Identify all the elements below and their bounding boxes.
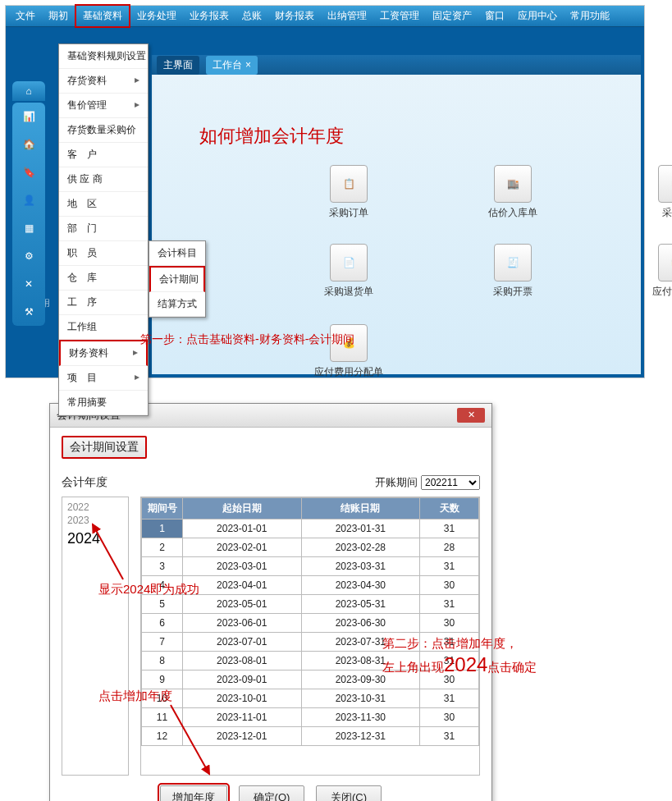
dd-customer[interactable]: 客 户	[59, 143, 148, 167]
sub-settlement[interactable]: 结算方式	[149, 292, 205, 317]
cell-end-date: 2023-01-31	[301, 520, 420, 538]
cell-period-no: 3	[142, 557, 183, 576]
icon-estimate-in[interactable]: 🏬估价入库单	[439, 165, 587, 239]
ok-button[interactable]: 确定(O)	[239, 785, 304, 801]
year-2022[interactable]: 2022	[67, 501, 123, 514]
dd-inventory[interactable]: 存货资料	[59, 69, 148, 94]
main-app-window: 文件 期初 基础资料 业务处理 业务报表 总账 财务报表 出纳管理 工资管理 固…	[5, 5, 645, 378]
table-row[interactable]: 12023-01-012023-01-3131	[142, 520, 479, 538]
dd-region[interactable]: 地 区	[59, 192, 148, 217]
clipboard-icon: 📋	[330, 165, 368, 203]
dd-project[interactable]: 项 目	[59, 366, 148, 391]
dialog-close-button[interactable]: ✕	[457, 408, 485, 423]
period-dialog: 会计期间设置 ✕ 会计期间设置 会计年度 开账期间 202211 2022 20…	[49, 403, 492, 801]
dd-process[interactable]: 工 序	[59, 291, 148, 315]
cell-period-no: 8	[142, 652, 183, 671]
dd-staff[interactable]: 职 员	[59, 241, 148, 266]
svg-line-1	[171, 705, 209, 774]
cell-days: 31	[420, 557, 479, 576]
cell-days: 31	[420, 520, 479, 538]
side-toolbar: 📊 🏠 🔖 👤 ▦ ⚙ ✕ ⚒	[12, 103, 45, 326]
menu-cash[interactable]: 出纳管理	[321, 6, 373, 26]
menu-app-center[interactable]: 应用中心	[511, 6, 564, 26]
menu-file[interactable]: 文件	[9, 6, 42, 26]
icon-purchase-invoice[interactable]: 🧾采购开票	[439, 244, 587, 318]
menu-fixed-asset[interactable]: 固定资产	[426, 6, 478, 26]
tab-workbench-label: 工作台	[213, 58, 242, 72]
tool-grid-icon[interactable]: ▦	[21, 221, 36, 236]
icon-purchase-order[interactable]: 📋采购订单	[275, 165, 423, 239]
desktop: 如何增加会计年度 📋采购订单 🏬估价入库单 📦采购单 📄采购退货单 🧾采购开票 …	[152, 75, 641, 396]
card-icon: 💳	[658, 244, 672, 281]
tool-wrench-icon[interactable]: ✕	[21, 277, 36, 291]
table-row[interactable]: 32023-03-012023-03-3131	[142, 557, 479, 576]
menu-finance-report[interactable]: 财务报表	[268, 6, 321, 26]
tab-workbench[interactable]: 工作台 ×	[206, 56, 258, 75]
close-button[interactable]: 关闭(C)	[316, 785, 382, 801]
cell-start-date: 2023-08-01	[183, 652, 302, 671]
icon-payable-expense[interactable]: 💳应付费用单	[603, 244, 672, 318]
arrow-to-addyear	[164, 698, 222, 780]
cell-period-no: 1	[142, 520, 183, 538]
cell-days: 30	[420, 576, 479, 595]
cell-days: 30	[420, 614, 479, 633]
dd-price-mgmt[interactable]: 售价管理	[59, 94, 148, 118]
dd-finance-data[interactable]: 财务资料	[59, 340, 148, 366]
tab-main[interactable]: 主界面	[157, 56, 199, 75]
tab-close-icon[interactable]: ×	[245, 59, 251, 71]
icon-label: 采购订单	[275, 206, 423, 220]
icon-label: 采购退货单	[275, 285, 423, 299]
menu-window[interactable]: 窗口	[478, 6, 511, 26]
sub-account-subject[interactable]: 会计科目	[149, 241, 205, 266]
finance-submenu: 会计科目 会计期间 结算方式	[149, 240, 206, 318]
dd-common-summary[interactable]: 常用摘要	[59, 391, 148, 415]
annot-show2024: 显示2024即为成功	[98, 582, 199, 597]
basic-data-dropdown: 基础资料规则设置 存货资料 售价管理 存货数量采购价 客 户 供 应 商 地 区…	[58, 43, 149, 416]
th-start-date: 起始日期	[183, 498, 302, 520]
tool-settings-icon[interactable]: ⚒	[21, 304, 36, 319]
icon-purchase-return[interactable]: 📄采购退货单	[275, 244, 423, 318]
tool-user-icon[interactable]: 👤	[21, 193, 36, 208]
menu-common[interactable]: 常用功能	[564, 6, 616, 26]
cell-end-date: 2023-06-30	[301, 614, 420, 633]
menu-general-ledger[interactable]: 总账	[235, 6, 268, 26]
menu-business-report[interactable]: 业务报表	[183, 6, 235, 26]
dd-department[interactable]: 部 门	[59, 217, 148, 241]
cell-end-date: 2023-03-31	[301, 557, 420, 576]
icon-purchase[interactable]: 📦采购单	[603, 165, 672, 239]
cell-start-date: 2023-06-01	[183, 614, 302, 633]
table-row[interactable]: 62023-06-012023-06-3030	[142, 614, 479, 633]
svg-line-0	[93, 524, 123, 579]
dd-warehouse[interactable]: 仓 库	[59, 266, 148, 291]
cell-start-date: 2023-03-01	[183, 557, 302, 576]
dd-supplier[interactable]: 供 应 商	[59, 167, 148, 192]
cell-start-date: 2023-02-01	[183, 538, 302, 557]
cell-end-date: 2023-04-30	[301, 576, 420, 595]
menu-business[interactable]: 业务处理	[130, 6, 183, 26]
cell-start-date: 2023-01-01	[183, 520, 302, 538]
table-row[interactable]: 22023-02-012023-02-2828	[142, 538, 479, 557]
tool-home-icon[interactable]: 🏠	[21, 137, 36, 152]
step1-annotation: 第一步：点击基础资料-财务资料-会计期间	[140, 332, 354, 347]
cell-end-date: 2023-11-30	[301, 708, 420, 727]
menubar: 文件 期初 基础资料 业务处理 业务报表 总账 财务报表 出纳管理 工资管理 固…	[6, 6, 644, 27]
dd-rule-setting[interactable]: 基础资料规则设置	[59, 44, 148, 69]
menu-salary[interactable]: 工资管理	[373, 6, 426, 26]
open-period-select[interactable]: 202211	[421, 475, 480, 490]
dialog-buttons: 增加年度 确定(O) 关闭(C)	[62, 776, 480, 801]
store-icon: 🏬	[494, 165, 532, 203]
dd-workgroup[interactable]: 工作组	[59, 315, 148, 340]
sub-account-period[interactable]: 会计期间	[149, 266, 205, 292]
icon-label: 采购开票	[439, 285, 587, 299]
tool-chart-icon[interactable]: 📊	[21, 109, 36, 124]
tool-tag-icon[interactable]: 🔖	[21, 165, 36, 180]
dialog-subtitle-button[interactable]: 会计期间设置	[62, 436, 147, 459]
menu-initial[interactable]: 期初	[42, 6, 75, 26]
add-year-button[interactable]: 增加年度	[160, 785, 227, 801]
sidebar-header-icon: ⌂	[12, 81, 45, 101]
tool-share-icon[interactable]: ⚙	[21, 249, 36, 263]
menu-basic-data[interactable]: 基础资料	[75, 4, 130, 28]
tab-bar: 主界面 工作台 ×	[152, 55, 641, 75]
dd-inventory-qty[interactable]: 存货数量采购价	[59, 118, 148, 143]
cell-days: 31	[420, 595, 479, 614]
